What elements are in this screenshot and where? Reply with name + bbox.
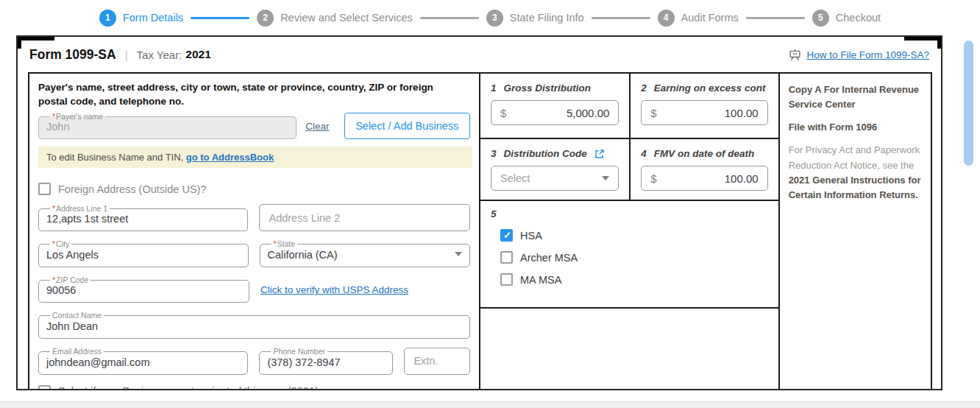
business-terminated-checkbox-row[interactable]: Select if your Business was terminated t…	[38, 385, 470, 389]
business-terminated-label: Select if your Business was terminated t…	[58, 385, 319, 389]
required-asterisk: *	[52, 239, 55, 248]
file-with-form-text: File with Form 1096	[789, 120, 922, 135]
box3-distribution-code: 3 Distribution Code Select	[480, 139, 629, 200]
external-link-icon[interactable]	[594, 149, 605, 159]
page-footer-strip	[0, 401, 980, 408]
usps-verify-link[interactable]: Click to verify with USPS Address	[260, 284, 408, 295]
city-value: Los Angels	[46, 248, 241, 261]
archer-msa-checkbox-row[interactable]: Archer MSA	[500, 251, 768, 264]
gross-distribution-input[interactable]: $ 5,000.00	[491, 100, 619, 125]
step-label: Form Details	[123, 12, 183, 24]
notice-text: To edit Business Name and TIN,	[46, 152, 186, 163]
header-divider: |	[125, 49, 128, 61]
step-number-badge: 2	[257, 10, 274, 27]
box1-number: 1	[491, 82, 497, 94]
step-number-badge: 3	[486, 10, 503, 27]
address-line2-field[interactable]: Address Line 2	[259, 204, 470, 231]
distribution-code-select[interactable]: Select	[491, 166, 619, 191]
zip-code-label: ZIP Code	[56, 275, 88, 284]
state-select[interactable]: *State California (CA)	[260, 240, 471, 267]
zip-code-value: 90056	[46, 284, 241, 296]
edit-business-notice: To edit Business Name and TIN, go to Add…	[38, 147, 472, 168]
select-add-business-button[interactable]: Select / Add Business	[344, 113, 470, 139]
archer-msa-checkbox[interactable]	[500, 251, 513, 264]
box5-account-type: 5 HSA Archer MSA MA MSA	[480, 201, 778, 309]
tax-year-value: 2021	[185, 48, 210, 61]
required-asterisk: *	[52, 112, 55, 121]
fmv-death-value: 100.00	[657, 172, 759, 185]
hsa-checkbox[interactable]	[500, 229, 513, 242]
stepper-step-state-filing[interactable]: 3 State Filing Info	[486, 10, 584, 27]
contact-name-field[interactable]: Contact Name John Dean	[38, 312, 470, 339]
hsa-label: HSA	[520, 230, 542, 242]
step-label: Audit Forms	[681, 12, 739, 24]
gross-distribution-value: 5,000.00	[506, 107, 609, 119]
stepper-connector	[592, 17, 650, 19]
foreign-address-checkbox[interactable]	[38, 183, 51, 195]
stepper-step-checkout[interactable]: 5 Checkout	[812, 10, 881, 27]
box3-label: Distribution Code	[504, 148, 587, 159]
copy-a-panel: Copy A For Internal Revenue Service Cent…	[780, 74, 931, 389]
stepper-step-audit-forms[interactable]: 4 Audit Forms	[658, 10, 739, 27]
presentation-easel-icon	[789, 49, 801, 61]
card-corner-accent	[16, 35, 21, 49]
payer-name-label: Payer's name	[56, 112, 103, 121]
city-field[interactable]: *City Los Angels	[38, 240, 249, 267]
hsa-checkbox-row[interactable]: HSA	[500, 229, 768, 242]
ma-msa-checkbox-row[interactable]: MA MSA	[500, 273, 768, 286]
chevron-down-icon	[602, 176, 609, 180]
state-value: California (CA)	[268, 248, 450, 261]
required-asterisk: *	[274, 239, 277, 248]
city-label: City	[56, 239, 69, 248]
box2-earning-excess: 2 Earning on excess cont $ 100.00	[629, 74, 778, 138]
required-asterisk: *	[52, 204, 55, 213]
stepper-connector	[746, 17, 805, 19]
distribution-code-placeholder: Select	[500, 172, 596, 184]
go-to-addressbook-link[interactable]: go to AddressBook	[186, 152, 274, 163]
foreign-address-checkbox-row[interactable]: Foreign Address (Outside US)?	[38, 183, 470, 195]
required-asterisk: *	[52, 275, 55, 284]
box2-number: 2	[641, 82, 647, 94]
phone-number-field[interactable]: Phone Number (378) 372-8947	[259, 348, 393, 375]
scrollbar-thumb[interactable]	[964, 41, 973, 166]
address-line1-value: 12,apts 1st street	[46, 212, 240, 225]
stepper-step-form-details[interactable]: 1 Form Details	[99, 10, 183, 27]
step-label: Checkout	[836, 12, 881, 24]
ma-msa-checkbox[interactable]	[500, 273, 513, 286]
privacy-act-notice: For Privacy Act and Paperwork Reduction …	[789, 143, 922, 203]
dollar-sign: $	[650, 172, 656, 185]
fmv-death-input[interactable]: $ 100.00	[641, 166, 767, 191]
email-field[interactable]: Email Address johndean@gmail.com	[38, 348, 248, 375]
payer-instruction-text: Payer's name, street address, city or to…	[38, 81, 458, 109]
card-corner-accent	[937, 35, 942, 49]
earning-excess-input[interactable]: $ 100.00	[641, 100, 767, 125]
how-to-file-link[interactable]: How to File Form 1099-SA?	[806, 49, 929, 60]
email-value: johndean@gmail.com	[46, 356, 240, 368]
contact-name-value: John Dean	[46, 320, 462, 332]
address-line1-label: Address Line 1	[56, 204, 107, 213]
ma-msa-label: MA MSA	[520, 274, 561, 286]
business-terminated-checkbox[interactable]	[38, 385, 51, 389]
step-number-badge: 5	[812, 10, 829, 27]
tax-year-label: Tax Year:	[137, 49, 182, 61]
box1-gross-distribution: 1 Gross Distribution $ 5,000.00	[480, 74, 629, 138]
page-title: Form 1099-SA	[29, 47, 116, 63]
contact-name-label: Contact Name	[52, 311, 102, 320]
zip-code-field[interactable]: *ZIP Code 90056	[38, 276, 249, 303]
payer-name-value: John	[46, 120, 288, 133]
payer-name-field[interactable]: *Payer's name John	[38, 113, 297, 140]
box3-number: 3	[491, 148, 497, 159]
payer-info-panel: Payer's name, street address, city or to…	[29, 74, 479, 389]
phone-number-value: (378) 372-8947	[267, 356, 385, 368]
privacy-notice-gray: For Privacy Act and Paperwork Reduction …	[789, 144, 920, 170]
clear-link[interactable]: Clear	[305, 121, 329, 132]
extension-field[interactable]: Extn.	[404, 348, 470, 375]
archer-msa-label: Archer MSA	[520, 252, 578, 264]
state-label: State	[277, 239, 296, 248]
email-label: Email Address	[52, 347, 102, 356]
stepper-step-review-services[interactable]: 2 Review and Select Services	[257, 10, 413, 27]
form-card: Form 1099-SA | Tax Year: 2021 How to Fil…	[16, 35, 942, 390]
wizard-stepper: 1 Form Details 2 Review and Select Servi…	[0, 6, 980, 29]
earning-excess-value: 100.00	[657, 107, 759, 119]
address-line1-field[interactable]: *Address Line 1 12,apts 1st street	[38, 205, 248, 232]
